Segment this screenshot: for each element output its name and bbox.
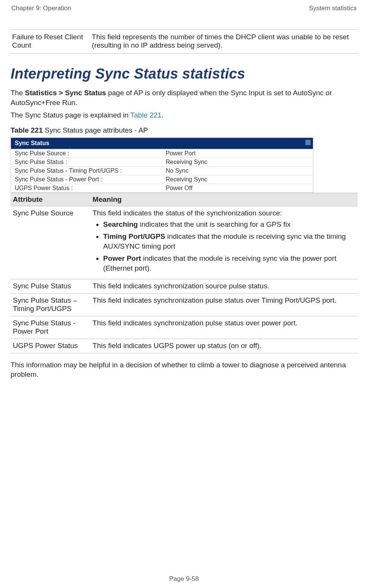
header-left: Chapter 9: Operation xyxy=(11,5,71,12)
closing-paragraph: This information may be helpful in a dec… xyxy=(11,360,357,379)
page-number-text: Page 9-58 xyxy=(169,575,199,582)
cell-attribute: Sync Pulse Source xyxy=(11,206,90,279)
intro-para-1: The Statistics > Sync Status page of AP … xyxy=(11,88,357,107)
header-right: System statistics xyxy=(309,5,357,12)
table-caption: Table 221 Sync Status page attributes - … xyxy=(11,125,357,135)
cell-value: Power Off xyxy=(162,184,313,192)
panel-title-text: Sync Status xyxy=(15,140,49,146)
para-text: The xyxy=(11,89,25,97)
table-row: Sync Pulse Status This field indicates s… xyxy=(11,279,357,293)
page-footer: Page 9-58 xyxy=(0,575,368,583)
table-row: Sync Pulse Status - Timing Port/UGPS : N… xyxy=(11,166,313,175)
header-attribute: Attribute xyxy=(11,193,90,206)
cell-attribute: UGPS Power Status xyxy=(11,339,90,353)
intro-para-2: The Sync Status page is explained in Tab… xyxy=(11,110,357,120)
bullet-term: Timing Port/UGPS xyxy=(103,232,165,240)
cell-value: Power Port xyxy=(162,149,313,158)
panel-titlebar: Sync Status xyxy=(11,138,313,149)
cell-label: Sync Pulse Status : xyxy=(11,158,162,166)
table-row: Sync Pulse Source This field indicates t… xyxy=(11,206,357,279)
page-path-bold: Statistics > Sync Status xyxy=(25,89,106,97)
cell-meaning: This field indicates synchronization pul… xyxy=(90,316,357,339)
cell-meaning: This field indicates the status of the s… xyxy=(90,206,357,279)
table-header-row: Attribute Meaning xyxy=(11,193,357,206)
table-row: Sync Pulse Status : Receiving Sync xyxy=(11,158,313,166)
collapse-icon xyxy=(305,140,311,145)
sync-status-screenshot: Sync Status Sync Pulse Source : Power Po… xyxy=(11,138,313,193)
cell-attribute: Sync Pulse Status – Timing Port/UGPS xyxy=(11,293,90,316)
cell-value: Receiving Sync xyxy=(162,158,313,166)
cell-label: UGPS Power Status : xyxy=(11,184,162,192)
page-header: Chapter 9: Operation System statistics xyxy=(11,5,357,16)
cell-label: Sync Pulse Source : xyxy=(11,149,162,158)
cell-label: Sync Pulse Status - Power Port : xyxy=(11,175,162,184)
section-heading: Interpreting Sync Status statistics xyxy=(11,66,357,82)
table-caption-number: Table 221 xyxy=(11,126,45,134)
cell-value: Receiving Sync xyxy=(162,175,313,184)
cell-meaning: This field indicates synchronization pul… xyxy=(90,293,357,316)
bullet-term: Searching xyxy=(103,220,138,228)
list-item: Searching indicates that the unit is sea… xyxy=(103,220,355,229)
table-row: Failure to Reset Client Count This field… xyxy=(11,30,357,54)
para-text: The Sync Status page is explained in xyxy=(11,111,131,119)
cell-attribute: Sync Pulse Status - Power Port xyxy=(11,316,90,339)
table-ref-link: Table 221 xyxy=(131,111,162,119)
sync-status-table: Sync Pulse Source : Power Port Sync Puls… xyxy=(11,149,313,192)
table-row: Sync Pulse Status – Timing Port/UGPS Thi… xyxy=(11,293,357,316)
cell-meaning: This field indicates synchronization sou… xyxy=(90,279,357,293)
cell-label: Sync Pulse Status - Timing Port/UGPS : xyxy=(11,166,162,175)
cell-meaning: This field indicates UGPS power up statu… xyxy=(90,339,357,353)
bullet-term: Power Port xyxy=(103,254,141,262)
cell-attribute: Sync Pulse Status xyxy=(11,279,90,293)
attribute-meaning-table: Attribute Meaning Sync Pulse Source This… xyxy=(11,193,357,353)
table-row: UGPS Power Status This field indicates U… xyxy=(11,339,357,353)
cell-value: No Sync xyxy=(162,166,313,175)
table-caption-text: Sync Status page attributes - AP xyxy=(45,126,148,134)
meaning-intro: This field indicates the status of the s… xyxy=(92,209,355,217)
table-row: UGPS Power Status : Power Off xyxy=(11,184,313,192)
meaning-bullets: Searching indicates that the unit is sea… xyxy=(92,220,355,273)
list-item: Timing Port/UGPS indicates that the modu… xyxy=(103,232,355,251)
list-item: Power Port indicates that the module is … xyxy=(103,254,355,273)
prev-table-fragment: Failure to Reset Client Count This field… xyxy=(11,29,357,54)
header-meaning: Meaning xyxy=(90,193,357,206)
table-row: Sync Pulse Status - Power Port This fiel… xyxy=(11,316,357,339)
table-row: Sync Pulse Source : Power Port xyxy=(11,149,313,158)
para-text: . xyxy=(162,111,163,119)
table-row: Sync Pulse Status - Power Port : Receivi… xyxy=(11,175,313,184)
bullet-text: indicates that the unit is searching for… xyxy=(138,220,290,228)
prev-row-attribute: Failure to Reset Client Count xyxy=(11,30,90,54)
prev-row-meaning: This field represents the number of time… xyxy=(90,30,357,54)
